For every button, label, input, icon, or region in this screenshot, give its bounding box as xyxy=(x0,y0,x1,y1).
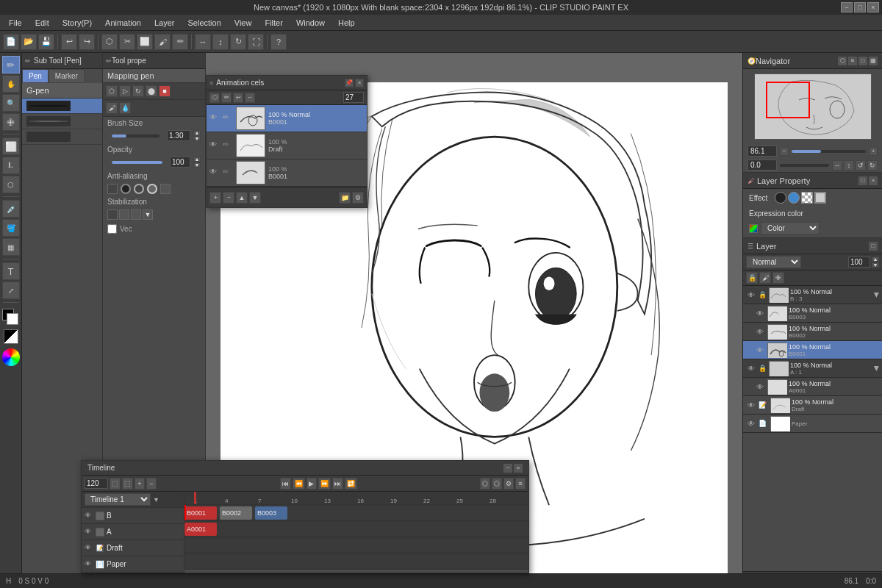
effect-btn-black[interactable] xyxy=(775,192,786,204)
nav-zoom-slider[interactable] xyxy=(792,150,866,153)
nav-preview[interactable] xyxy=(754,74,872,140)
layer-paper-vis[interactable]: 👁 xyxy=(746,418,756,429)
tl-timeline-select[interactable]: Timeline 1 xyxy=(85,493,151,506)
cel-edit-1[interactable]: ✏ xyxy=(223,113,233,123)
tl-cell-b0001[interactable]: B0001 xyxy=(184,506,217,520)
aa-extra[interactable] xyxy=(160,184,171,194)
tl-track-paper[interactable]: 👁 📄 Paper xyxy=(82,556,184,573)
layer-item-paper[interactable]: 👁 📄 Paper xyxy=(743,415,882,433)
minimize-button[interactable]: − xyxy=(841,2,853,12)
layer-b0001-vis[interactable]: 👁 xyxy=(755,345,765,355)
eraser-btn[interactable]: ✏ xyxy=(172,34,188,50)
stab-2[interactable] xyxy=(131,209,141,220)
fullscreen-btn[interactable]: ⛶ xyxy=(248,34,264,50)
menu-view[interactable]: View xyxy=(229,17,258,29)
layerprop-btn-2[interactable]: × xyxy=(869,176,878,185)
subtool-icon-5[interactable]: ■ xyxy=(159,85,171,97)
close-button[interactable]: × xyxy=(867,2,879,12)
rotate-btn[interactable]: ↻ xyxy=(230,34,246,50)
tl-loop-btn[interactable]: 🔁 xyxy=(345,478,357,490)
tl-onion-settings-btn[interactable]: ⚙ xyxy=(503,478,514,490)
new-btn[interactable]: 📄 xyxy=(3,34,19,50)
open-btn[interactable]: 📂 xyxy=(21,34,37,50)
nav-rotation-input[interactable] xyxy=(747,159,777,171)
tl-frames-draft[interactable] xyxy=(184,537,528,553)
tl-settings-btn[interactable]: ≡ xyxy=(515,478,526,490)
brush-size-up[interactable]: ▲ xyxy=(193,130,201,135)
timeline-frame-input[interactable] xyxy=(85,478,108,489)
subtool-icon-3[interactable]: ↻ xyxy=(132,85,144,97)
opacity-slider[interactable] xyxy=(112,161,162,164)
tool-gradient[interactable]: ▦ xyxy=(2,238,20,256)
opacity-up[interactable]: ▲ xyxy=(193,157,201,162)
tl-go-start-btn[interactable]: ⏮ xyxy=(280,478,291,490)
subtool-icon-4[interactable]: ⬤ xyxy=(146,85,157,97)
layer-item-b0001[interactable]: 👁 100 % Normal B0001 xyxy=(743,341,882,359)
aa-strong[interactable] xyxy=(147,184,157,194)
ac-down-btn[interactable]: ▼ xyxy=(249,192,261,204)
tl-cell-b0003[interactable]: B0003 xyxy=(255,506,287,520)
tl-next-frame-btn[interactable]: ⏩ xyxy=(318,478,331,490)
layer-group-b-vis[interactable]: 👁 xyxy=(746,290,756,300)
layer-opacity-input[interactable] xyxy=(848,257,870,268)
tl-timeline-expand[interactable]: ▼ xyxy=(153,496,159,503)
tl-frames-a[interactable]: A0001 xyxy=(184,521,528,537)
brush-size-slider[interactable] xyxy=(112,135,159,137)
tool-select-lasso[interactable]: 𝐋 xyxy=(2,157,20,174)
nav-btn-1[interactable]: ⬡ xyxy=(838,57,847,65)
ac-settings-btn[interactable]: ⚙ xyxy=(352,192,364,204)
select-btn[interactable]: ⬜ xyxy=(137,34,153,50)
layer-item-draft[interactable]: 👁 📝 100 % Normal Draft xyxy=(743,396,882,415)
tl-set-in-btn[interactable]: ⬚ xyxy=(110,478,121,490)
cel-row-draft[interactable]: 👁 ✏ 100 % Draft xyxy=(207,132,367,159)
subtool-icon-6[interactable]: 🖌 xyxy=(106,102,118,114)
menu-selection[interactable]: Selection xyxy=(182,17,227,29)
nav-viewport-box[interactable] xyxy=(766,82,810,118)
flip-v-btn[interactable]: ↕ xyxy=(212,34,229,50)
nav-flip-h[interactable]: ↔ xyxy=(832,160,842,171)
tl-frames-b[interactable]: B0001 B0002 B0003 xyxy=(184,505,528,521)
nav-btn-2[interactable]: ≡ xyxy=(848,57,857,65)
cel-edit-3[interactable]: ✏ xyxy=(223,168,233,178)
ac-tool-4[interactable]: ↔ xyxy=(245,93,255,103)
subtool-icon-7[interactable]: 💧 xyxy=(119,102,131,114)
transform-btn[interactable]: ⬡ xyxy=(101,34,118,50)
tl-vis-b[interactable]: 👁 xyxy=(85,512,93,520)
layer-expand-btn[interactable]: □ xyxy=(869,242,878,251)
menu-file[interactable]: File xyxy=(3,17,28,29)
help-btn[interactable]: ? xyxy=(270,34,287,50)
nav-flip-v[interactable]: ↕ xyxy=(844,160,854,171)
timeline-minimize-btn[interactable]: − xyxy=(503,464,512,473)
layer-item-b0002[interactable]: 👁 100 % Normal B0002 xyxy=(743,323,882,341)
brush-item-turnip[interactable] xyxy=(22,129,102,145)
layer-group-a-header[interactable]: 👁 🔒 100 % Normal A : 1 ▶ xyxy=(743,359,882,378)
tl-vis-draft[interactable]: 👁 xyxy=(85,544,93,553)
layer-lock-trans-btn[interactable]: 🔒 xyxy=(746,272,758,284)
nav-rotate-right[interactable]: ↻ xyxy=(867,160,878,171)
stab-0[interactable] xyxy=(107,209,118,220)
tool-zoom[interactable]: 🔍 xyxy=(2,94,20,112)
opacity-down[interactable]: ▼ xyxy=(193,162,201,168)
layer-opacity-up[interactable]: ▲ xyxy=(872,257,879,262)
ac-tool-1[interactable]: ⬡ xyxy=(209,93,220,103)
layer-item-a0001[interactable]: 👁 100 % Normal A0001 xyxy=(743,378,882,396)
nav-btn-3[interactable]: □ xyxy=(858,57,867,65)
menu-filter[interactable]: Filter xyxy=(259,17,288,29)
undo-btn[interactable]: ↩ xyxy=(61,34,77,50)
nav-zoom-input[interactable] xyxy=(747,146,777,157)
background-color[interactable] xyxy=(7,313,18,325)
cel-row-b0001-2[interactable]: 👁 ✏ 100 % B0001 xyxy=(207,159,367,187)
aa-medium[interactable] xyxy=(134,184,144,194)
layer-b0002-vis[interactable]: 👁 xyxy=(755,326,765,337)
ac-folder-btn[interactable]: 📁 xyxy=(339,192,351,204)
ac-del-btn[interactable]: － xyxy=(223,192,234,204)
tool-fill[interactable]: 🪣 xyxy=(2,219,20,237)
cel-vis-1[interactable]: 👁 xyxy=(209,113,220,123)
subtool-icon-2[interactable]: ▷ xyxy=(119,85,131,97)
cel-row-b0001[interactable]: 👁 ✏ 100 % Normal B0001 xyxy=(207,105,367,132)
redo-btn[interactable]: ↪ xyxy=(79,34,95,50)
tl-vis-paper[interactable]: 👁 xyxy=(85,560,93,569)
tool-text[interactable]: T xyxy=(2,262,20,280)
stab-3[interactable]: ▼ xyxy=(143,209,153,220)
layer-item-b0003[interactable]: 👁 100 % Normal B0003 xyxy=(743,304,882,323)
